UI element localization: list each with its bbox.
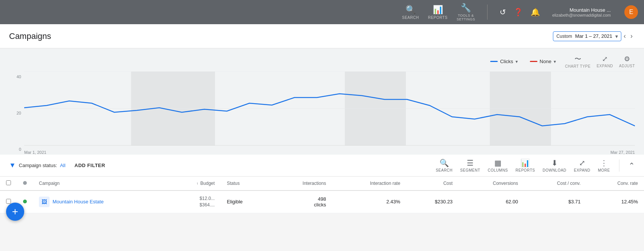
conv-rate-cell: 12.45% <box>587 191 644 213</box>
date-range-picker[interactable]: Custom Mar 1 – 27, 2021 ▾ <box>553 31 621 41</box>
filter-value: All <box>60 163 65 168</box>
columns-toolbar-button[interactable]: ▦ COLUMNS <box>488 158 508 172</box>
refresh-icon[interactable]: ↺ <box>500 8 506 17</box>
filter-icon: ▼ <box>9 161 16 169</box>
table-toolbar: ▼ Campaign status: All ADD FILTER 🔍 SEAR… <box>0 155 644 177</box>
download-toolbar-button[interactable]: ⬇ DOWNLOAD <box>543 158 567 172</box>
page-header: Campaigns Custom Mar 1 – 27, 2021 ▾ ‹ › <box>0 24 644 48</box>
cost-per-conv-cell: $3.71 <box>524 191 587 213</box>
search-toolbar-label: SEARCH <box>436 168 453 172</box>
interactions-column-header[interactable]: Interactions <box>270 177 332 191</box>
budget-line2: $364.... <box>173 202 215 208</box>
toolbar-divider <box>619 160 619 172</box>
cost-cell: $230.23 <box>406 191 459 213</box>
cost-per-conv-column-header[interactable]: Cost / conv. <box>524 177 587 191</box>
interactions-cell: 498 clicks <box>270 191 332 213</box>
metric1-color-line <box>490 61 498 62</box>
chart-controls: Clicks ▾ None ▾ 〜 CHART TYPE ⤢ EXPAND ⚙ … <box>9 54 635 68</box>
chart-expand-button[interactable]: ⤢ EXPAND <box>597 55 613 68</box>
more-toolbar-icon: ⋮ <box>600 158 608 167</box>
chart-type-icon: 〜 <box>574 54 581 64</box>
user-name: Mountain House ... <box>552 7 611 13</box>
reports-toolbar-button[interactable]: 📊 REPORTS <box>516 158 535 172</box>
campaign-column-header[interactable]: Campaign <box>33 177 167 191</box>
status-header-dot <box>23 181 27 185</box>
date-range-type: Custom <box>556 34 572 39</box>
date-prev-button[interactable]: ‹ <box>621 31 628 42</box>
status-cell: Eligible <box>221 191 270 213</box>
top-navigation: 🔍 SEARCH 📊 REPORTS 🔧 TOOLS & SETTINGS ↺ … <box>0 0 644 24</box>
campaign-icon: 🖼 <box>39 197 50 207</box>
search-toolbar-button[interactable]: 🔍 SEARCH <box>436 158 453 172</box>
status-dot-header <box>17 177 33 191</box>
more-toolbar-button[interactable]: ⋮ MORE <box>598 158 610 172</box>
cost-value: $230.23 <box>435 199 453 205</box>
help-icon[interactable]: ❓ <box>514 8 523 17</box>
columns-toolbar-label: COLUMNS <box>488 168 508 172</box>
nav-right-icons: ↺ ❓ 🔔 <box>500 8 540 17</box>
chart-y-labels: 0 20 40 <box>9 71 24 155</box>
expand-toolbar-icon: ⤢ <box>579 158 585 167</box>
search-nav-item[interactable]: 🔍 SEARCH <box>402 5 419 20</box>
conversions-column-header[interactable]: Conversions <box>459 177 524 191</box>
cost-per-conv-value: $3.71 <box>568 199 581 205</box>
budget-cell: $12.0... $364.... <box>167 191 221 213</box>
chart-type-label: CHART TYPE <box>565 64 591 68</box>
reports-nav-label: REPORTS <box>428 15 447 20</box>
y-label-20: 20 <box>9 111 24 115</box>
select-all-checkbox[interactable] <box>6 180 11 185</box>
expand-toolbar-button[interactable]: ⤢ EXPAND <box>574 158 590 172</box>
reports-icon: 📊 <box>433 5 443 15</box>
reports-nav-item[interactable]: 📊 REPORTS <box>428 5 447 20</box>
expand-toolbar-label: EXPAND <box>574 168 590 172</box>
reports-toolbar-icon: 📊 <box>520 158 530 167</box>
status-column-header[interactable]: Status <box>221 177 270 191</box>
date-range-value: Mar 1 – 27, 2021 <box>575 33 612 39</box>
chart-area: 0 20 40 Mar 1, 2021 <box>9 71 635 155</box>
tools-nav-item[interactable]: 🔧 TOOLS & SETTINGS <box>457 3 475 21</box>
budget-line1: $12.0... <box>173 195 215 202</box>
tools-nav-label: TOOLS & SETTINGS <box>457 14 475 21</box>
notifications-icon[interactable]: 🔔 <box>531 8 540 17</box>
metric1-selector[interactable]: Clicks ▾ <box>487 57 521 66</box>
filter-text: Campaign status: All <box>19 163 65 168</box>
tools-icon: 🔧 <box>461 3 471 13</box>
metric1-dropdown-arrow: ▾ <box>516 59 518 64</box>
download-toolbar-label: DOWNLOAD <box>543 168 567 172</box>
row-checkbox[interactable] <box>6 199 11 204</box>
chart-section: Clicks ▾ None ▾ 〜 CHART TYPE ⤢ EXPAND ⚙ … <box>0 48 644 155</box>
campaign-name-link[interactable]: Mountain House Estate <box>53 199 104 205</box>
filter-label: Campaign status: <box>19 163 57 168</box>
interactions-value: 498 clicks <box>276 196 326 208</box>
download-toolbar-icon: ⬇ <box>551 158 558 167</box>
search-icon: 🔍 <box>406 5 416 15</box>
segment-toolbar-button[interactable]: ☰ SEGMENT <box>460 158 480 172</box>
search-nav-label: SEARCH <box>402 15 419 20</box>
budget-column-header[interactable]: ↑ Budget <box>167 177 221 191</box>
add-filter-button[interactable]: ADD FILTER <box>74 163 105 168</box>
expand-icon: ⤢ <box>602 55 608 63</box>
interaction-rate-cell: 2.43% <box>332 191 406 213</box>
expand-label: EXPAND <box>597 64 613 68</box>
chart-svg <box>24 71 635 146</box>
adjust-icon: ⚙ <box>624 55 630 63</box>
date-next-button[interactable]: › <box>628 31 635 42</box>
chart-adjust-button[interactable]: ⚙ ADJUST <box>619 55 635 68</box>
interaction-rate-column-header[interactable]: Interaction rate <box>332 177 406 191</box>
chart-type-selector[interactable]: 〜 CHART TYPE <box>565 54 591 68</box>
y-label-40: 40 <box>9 74 24 79</box>
campaign-name-cell: 🖼 Mountain House Estate <box>33 191 167 213</box>
status-value: Eligible <box>227 199 243 205</box>
campaigns-table: Campaign ↑ Budget Status Interactions In… <box>0 177 644 213</box>
metric2-dropdown-arrow: ▾ <box>554 59 556 64</box>
chart-x-labels: Mar 1, 2021 Mar 27, 2021 <box>24 146 635 155</box>
conv-rate-column-header[interactable]: Conv. rate <box>587 177 644 191</box>
metric2-selector[interactable]: None ▾ <box>527 57 559 66</box>
reports-toolbar-label: REPORTS <box>516 168 535 172</box>
chart-canvas <box>24 71 635 146</box>
cost-column-header[interactable]: Cost <box>406 177 459 191</box>
select-all-checkbox-header[interactable] <box>0 177 17 191</box>
conversions-cell: 62.00 <box>459 191 524 213</box>
collapse-button[interactable]: ⌃ <box>629 161 635 170</box>
user-avatar[interactable]: E <box>624 5 638 19</box>
